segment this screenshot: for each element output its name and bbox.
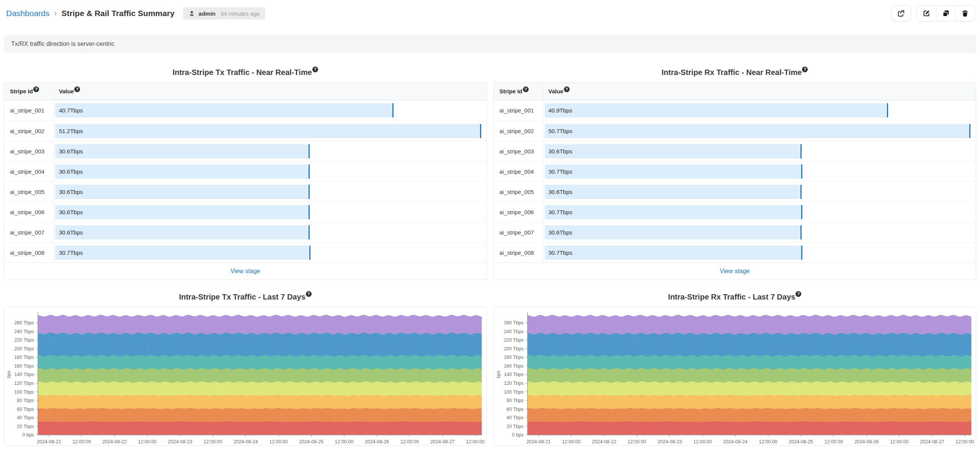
value-gauge-track: 50.7Tbps	[545, 124, 971, 138]
value-gauge-bar: 30.6Tbps	[55, 225, 310, 239]
svg-text:2024-08-21: 2024-08-21	[526, 439, 550, 445]
rx-chart-canvas[interactable]: 0 bps20 Tbps40 Tbps60 Tbps80 Tbps100 Tbp…	[494, 307, 976, 445]
copy-icon	[942, 9, 950, 18]
value-gauge-track: 30.6Tbps	[545, 185, 971, 199]
svg-text:200 Tbps: 200 Tbps	[14, 346, 34, 352]
table-row: ai_stripe_00430.6Tbps	[4, 161, 487, 181]
tx-chart-canvas[interactable]: 0 bps20 Tbps40 Tbps60 Tbps80 Tbps100 Tbp…	[4, 307, 487, 445]
svg-text:12:00:00: 12:00:00	[335, 439, 354, 445]
svg-text:40 Tbps: 40 Tbps	[506, 415, 524, 420]
value-gauge-bar: 30.7Tbps	[545, 164, 803, 179]
value-cell: 30.6Tbps	[543, 141, 976, 161]
tx-chart-title-text: Intra-Stripe Tx Traffic - Last 7 Days	[179, 293, 305, 301]
edit-icon	[922, 9, 931, 18]
share-button[interactable]	[891, 5, 911, 21]
stripe-id-cell: ai_stripe_007	[494, 222, 543, 242]
value-gauge-bar: 50.7Tbps	[545, 124, 971, 138]
svg-text:bps: bps	[495, 371, 501, 378]
svg-text:12:00:00: 12:00:00	[824, 439, 843, 445]
svg-text:12:00:00: 12:00:00	[269, 439, 288, 445]
value-help-icon[interactable]: ?	[564, 86, 570, 92]
rx-table-help-icon[interactable]: ?	[802, 67, 808, 72]
rx-chart-panel[interactable]: 0 bps20 Tbps40 Tbps60 Tbps80 Tbps100 Tbp…	[493, 306, 977, 446]
svg-text:240 Tbps: 240 Tbps	[14, 329, 34, 334]
table-row: ai_stripe_00730.6Tbps	[4, 222, 487, 242]
value-gauge-track: 30.6Tbps	[55, 205, 481, 219]
stripe-id-cell: ai_stripe_001	[494, 100, 543, 121]
value-cell: 51.2Tbps	[53, 121, 487, 141]
stripe-id-cell: ai_stripe_005	[4, 182, 53, 202]
tx-chart-title: Intra-Stripe Tx Traffic - Last 7 Days?	[4, 293, 487, 301]
stripe-id-help-icon[interactable]: ?	[33, 86, 39, 92]
svg-text:2024-08-24: 2024-08-24	[234, 439, 258, 445]
copy-button[interactable]	[936, 5, 955, 21]
svg-text:2024-08-27: 2024-08-27	[430, 439, 455, 445]
value-gauge-track: 30.7Tbps	[55, 246, 481, 260]
svg-text:100 Tbps: 100 Tbps	[504, 389, 524, 395]
svg-text:220 Tbps: 220 Tbps	[14, 337, 34, 343]
svg-text:120 Tbps: 120 Tbps	[504, 381, 524, 386]
value-label: 30.6Tbps	[55, 229, 83, 236]
tx-col-value[interactable]: Value?	[59, 88, 80, 94]
breadcrumb-dashboards-link[interactable]: Dashboards	[6, 9, 49, 18]
value-cell: 30.6Tbps	[543, 182, 976, 202]
value-gauge-track: 30.6Tbps	[545, 144, 971, 158]
table-row: ai_stripe_00730.6Tbps	[494, 222, 976, 242]
value-gauge-bar: 51.2Tbps	[55, 124, 481, 138]
value-label: 30.7Tbps	[545, 209, 573, 215]
svg-text:220 Tbps: 220 Tbps	[504, 337, 524, 343]
svg-text:2024-08-26: 2024-08-26	[365, 439, 389, 445]
svg-text:60 Tbps: 60 Tbps	[506, 407, 524, 412]
value-gauge-bar: 40.7Tbps	[55, 103, 394, 117]
svg-text:260 Tbps: 260 Tbps	[14, 320, 34, 326]
value-cell: 30.6Tbps	[53, 202, 487, 222]
stripe-id-cell: ai_stripe_008	[494, 243, 543, 262]
tx-view-stage-link[interactable]: View stage	[230, 268, 260, 275]
value-cell: 30.6Tbps	[53, 182, 487, 202]
value-gauge-bar: 30.7Tbps	[55, 246, 310, 260]
last-updated-badge[interactable]: admin 34 minutes ago	[183, 7, 265, 20]
tx-table-card: Stripe Id? Value? ai_stripe_00140.7Tbpsa…	[4, 82, 487, 280]
stripe-id-cell: ai_stripe_002	[4, 121, 53, 141]
stripe-id-cell: ai_stripe_005	[494, 182, 543, 202]
value-cell: 30.6Tbps	[53, 141, 487, 161]
table-row: ai_stripe_00630.7Tbps	[494, 202, 976, 222]
svg-text:140 Tbps: 140 Tbps	[504, 372, 524, 377]
table-row: ai_stripe_00830.7Tbps	[494, 242, 976, 262]
svg-text:12:00:00: 12:00:00	[400, 439, 419, 445]
rx-col-stripe-id[interactable]: Stripe Id?	[500, 88, 529, 94]
value-cell: 30.7Tbps	[543, 243, 976, 262]
value-cell: 30.6Tbps	[53, 161, 487, 181]
rx-col-value[interactable]: Value?	[549, 88, 570, 94]
tx-chart-panel[interactable]: 0 bps20 Tbps40 Tbps60 Tbps80 Tbps100 Tbp…	[4, 306, 487, 446]
table-row: ai_stripe_00330.6Tbps	[4, 141, 487, 161]
value-cell: 40.9Tbps	[543, 100, 976, 121]
svg-text:12:00:00: 12:00:00	[759, 439, 777, 445]
svg-text:100 Tbps: 100 Tbps	[14, 389, 34, 395]
value-label: 50.7Tbps	[545, 128, 573, 134]
table-row: ai_stripe_00140.9Tbps	[494, 100, 976, 121]
tx-table-title-text: Intra-Stripe Tx Traffic - Near Real-Time	[173, 68, 312, 77]
rx-table-title: Intra-Stripe Rx Traffic - Near Real-Time…	[493, 68, 977, 77]
share-icon	[897, 9, 905, 18]
svg-text:12:00:00: 12:00:00	[693, 439, 712, 445]
stripe-id-help-icon[interactable]: ?	[523, 86, 529, 92]
value-label: 40.9Tbps	[545, 107, 573, 114]
tx-table-help-icon[interactable]: ?	[312, 67, 318, 72]
tx-col-stripe-id[interactable]: Stripe Id?	[10, 88, 39, 94]
svg-text:80 Tbps: 80 Tbps	[17, 398, 34, 403]
rx-view-stage-link[interactable]: View stage	[720, 268, 750, 275]
svg-text:2024-08-25: 2024-08-25	[789, 439, 813, 445]
rx-table-footer: View stage	[494, 262, 976, 280]
delete-button[interactable]	[955, 5, 974, 21]
svg-text:20 Tbps: 20 Tbps	[17, 424, 34, 429]
value-label: 30.6Tbps	[55, 209, 83, 215]
tx-chart-help-icon[interactable]: ?	[306, 291, 312, 297]
tx-table-footer: View stage	[4, 262, 487, 280]
value-gauge-bar: 30.6Tbps	[55, 144, 310, 158]
svg-text:180 Tbps: 180 Tbps	[504, 355, 524, 360]
svg-text:2024-08-26: 2024-08-26	[854, 439, 879, 445]
edit-button[interactable]	[917, 5, 936, 21]
value-help-icon[interactable]: ?	[74, 86, 80, 92]
rx-chart-help-icon[interactable]: ?	[795, 291, 801, 297]
